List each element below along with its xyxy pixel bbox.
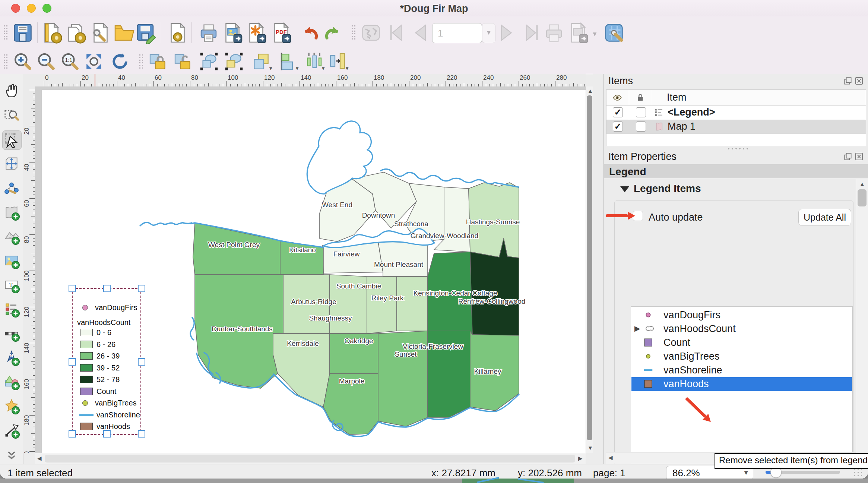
layout-properties-button[interactable] <box>89 22 112 44</box>
group-items-button[interactable] <box>199 51 219 72</box>
scroll-right-icon[interactable]: ▶ <box>578 455 583 461</box>
float-properties-icon[interactable] <box>843 152 853 161</box>
resize-items-button[interactable]: ▼ <box>327 51 348 72</box>
items-table-row[interactable]: ✓<Legend> <box>606 105 866 120</box>
legend-tree-row[interactable]: Count <box>631 336 852 350</box>
add-shape-tool[interactable] <box>2 373 21 391</box>
add-legend-tool[interactable] <box>2 300 21 319</box>
add-scalebar-tool[interactable] <box>2 324 21 343</box>
props-scroll-up-icon[interactable]: ▲ <box>859 181 865 187</box>
refresh-view-button[interactable] <box>110 51 130 72</box>
canvas-hscrollbar[interactable]: ◀ ▶ <box>35 453 586 464</box>
zoom-full-button[interactable] <box>83 51 104 72</box>
selection-handle[interactable] <box>69 358 76 366</box>
lock-selected-items-button[interactable] <box>148 51 168 72</box>
toolbar-drag-handle[interactable] <box>351 25 356 41</box>
add-3d-map-tool[interactable] <box>2 227 21 246</box>
selection-handle[interactable] <box>138 430 145 438</box>
panel-splitter[interactable] <box>593 74 604 464</box>
scroll-left-icon[interactable]: ◀ <box>37 455 42 461</box>
first-feature-button[interactable] <box>384 22 406 44</box>
panel-resize-handle[interactable] <box>727 148 749 150</box>
ungroup-items-button[interactable] <box>224 51 244 72</box>
zoom-in-button[interactable] <box>12 51 33 72</box>
print-atlas-button[interactable] <box>543 22 565 44</box>
add-label-tool[interactable]: T <box>2 276 21 294</box>
add-map-tool[interactable] <box>2 203 21 222</box>
close-properties-icon[interactable] <box>854 152 864 161</box>
selection-handle[interactable] <box>103 285 111 292</box>
export-atlas-caret-icon[interactable]: ▼ <box>592 31 598 38</box>
close-panel-icon[interactable] <box>854 76 864 86</box>
add-arrow-tool[interactable] <box>2 421 21 440</box>
scroll-down-icon[interactable]: ▼ <box>587 445 593 451</box>
export-as-pdf-button[interactable]: PDF <box>270 22 292 44</box>
raise-selected-items-caret-icon[interactable]: ▼ <box>268 66 273 71</box>
export-atlas-button[interactable] <box>567 22 589 44</box>
print-layout-button[interactable] <box>197 22 220 44</box>
save-as-template-button[interactable] <box>134 22 157 44</box>
atlas-settings-button[interactable] <box>603 22 625 44</box>
open-folder-button[interactable] <box>113 22 136 44</box>
selection-handle[interactable] <box>69 285 76 292</box>
add-items-from-template-button[interactable] <box>167 22 189 44</box>
distribute-items-button[interactable]: ▼ <box>303 51 324 72</box>
zoom-actual-button[interactable]: 1:1 <box>60 51 80 72</box>
align-selected-items-caret-icon[interactable]: ▼ <box>295 66 300 71</box>
resize-items-caret-icon[interactable]: ▼ <box>345 66 349 71</box>
select-move-item-tool[interactable] <box>2 130 22 150</box>
selection-handle[interactable] <box>69 430 76 438</box>
undo-button[interactable] <box>298 22 321 44</box>
add-marker-tool[interactable] <box>2 397 21 416</box>
toolbar-drag-handle[interactable] <box>3 54 8 70</box>
selection-handle[interactable] <box>138 358 145 366</box>
unlock-all-items-button[interactable] <box>172 51 193 72</box>
legend-item-selected[interactable]: vanDougFirsvanHoodsCount0 - 66 - 2626 - … <box>72 288 141 435</box>
new-layout-button[interactable] <box>40 22 63 44</box>
duplicate-layout-button[interactable] <box>64 22 86 44</box>
items-table-row[interactable]: ✓Map 1 <box>606 120 866 134</box>
properties-vscrollbar[interactable]: ▲ ▼ <box>856 179 868 479</box>
redo-button[interactable] <box>322 22 345 44</box>
atlas-page-caret-button[interactable]: ▼ <box>482 23 495 43</box>
last-feature-button[interactable] <box>522 22 544 44</box>
layout-canvas[interactable]: West EndDowntownStrathconaGrandview-Wood… <box>35 86 586 453</box>
props-vscroll-thumb[interactable] <box>858 189 867 206</box>
add-north-arrow-tool[interactable]: N <box>2 348 21 367</box>
previous-feature-button[interactable] <box>409 22 431 44</box>
props-scroll-left-icon[interactable]: ◀ <box>608 455 613 461</box>
toolbox-overflow[interactable] <box>2 445 21 464</box>
add-picture-tool[interactable] <box>2 252 21 270</box>
legend-tree-row[interactable]: vanHoods <box>631 377 852 391</box>
toolbar-drag-handle[interactable] <box>139 54 144 70</box>
legend-tree-row[interactable]: ▶vanHoodsCount <box>631 322 852 336</box>
zoom-tool[interactable] <box>2 106 21 125</box>
scroll-up-icon[interactable]: ▲ <box>587 88 593 94</box>
toolbar-drag-handle[interactable] <box>3 25 8 41</box>
edit-nodes-tool[interactable] <box>2 179 21 198</box>
legend-tree-row[interactable]: vanDougFirs <box>631 308 852 322</box>
selection-handle[interactable] <box>138 285 145 292</box>
canvas-hscroll-thumb[interactable] <box>45 455 575 463</box>
legend-tree-row[interactable]: vanShoreline <box>631 363 852 377</box>
canvas-vscrollbar[interactable]: ▲ ▼ <box>586 86 593 453</box>
canvas-vscroll-thumb[interactable] <box>587 95 592 440</box>
raise-selected-items-button[interactable]: ▼ <box>251 51 272 72</box>
atlas-button[interactable] <box>360 22 382 44</box>
update-all-button[interactable]: Update All <box>798 209 851 226</box>
pan-tool[interactable] <box>2 82 21 101</box>
selection-handle[interactable] <box>103 430 111 438</box>
zoom-combo-caret-icon[interactable]: ▼ <box>743 469 749 477</box>
zoom-out-button[interactable] <box>36 51 57 72</box>
export-as-svg-button[interactable] <box>245 22 267 44</box>
distribute-items-caret-icon[interactable]: ▼ <box>321 66 326 71</box>
collapse-arrow-icon[interactable] <box>620 186 629 192</box>
export-as-image-button[interactable] <box>221 22 244 44</box>
legend-tree-row[interactable]: vanBigTrees <box>631 350 852 363</box>
save-project-button[interactable] <box>12 22 34 44</box>
move-item-content-tool[interactable] <box>2 155 21 173</box>
next-feature-button[interactable] <box>495 22 518 44</box>
align-selected-items-button[interactable]: ▼ <box>277 51 298 72</box>
float-panel-icon[interactable] <box>843 76 853 86</box>
atlas-page-combo[interactable]: 1 <box>432 23 482 43</box>
